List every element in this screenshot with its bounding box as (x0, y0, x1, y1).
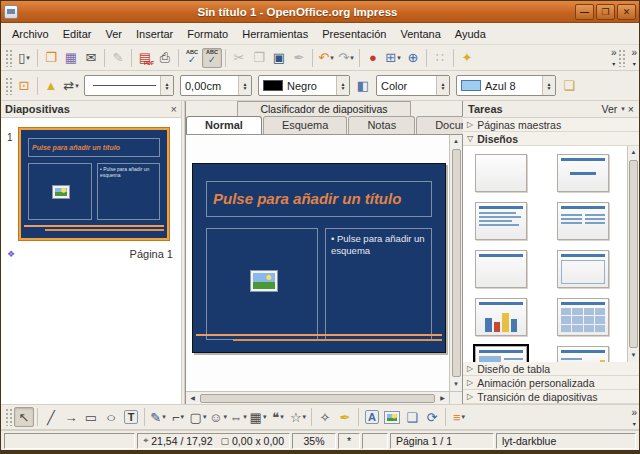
spellcheck-icon[interactable]: ABC✓ (182, 48, 202, 68)
tasks-view-button[interactable]: Ver ▾ × (602, 103, 634, 115)
layout-blank[interactable] (475, 154, 527, 192)
layouts-scrollbar[interactable]: ▲ ▼ (627, 146, 639, 362)
toolbar-overflow-button[interactable]: »▾ (611, 48, 617, 67)
rotate-icon[interactable]: ⟳ (422, 407, 442, 427)
text-icon[interactable]: T (121, 407, 141, 427)
vertical-scrollbar[interactable]: ▲ ▼ (449, 135, 462, 391)
chart-icon[interactable]: ● (363, 48, 383, 68)
table-dropdown-icon[interactable]: ▾ (397, 54, 401, 62)
toolbar-grip[interactable] (5, 408, 12, 426)
layout-title-spreadsheet[interactable] (557, 298, 609, 336)
curve-icon[interactable]: ✎▾ (148, 407, 168, 427)
picture-icon[interactable] (251, 271, 277, 291)
scrollbar-thumb[interactable] (629, 160, 638, 348)
line-style-select[interactable]: ▲▼ (84, 75, 174, 96)
title-placeholder[interactable]: Pulse para añadir un título (206, 181, 432, 217)
section-paginas-maestras[interactable]: ▷ Páginas maestras (463, 118, 639, 132)
fill-color-select[interactable]: Azul 8 ▲▼ (456, 75, 556, 96)
scroll-up-icon[interactable]: ▲ (627, 146, 639, 159)
line-width-input[interactable]: 0,00cm ▲▼ (180, 75, 252, 96)
new-dropdown-icon[interactable]: ▾ (26, 54, 30, 62)
navigator-icon[interactable]: ✦ (457, 48, 477, 68)
fontwork-icon[interactable]: A (362, 407, 382, 427)
menu-ventana[interactable]: Ventana (393, 25, 447, 43)
redo-dropdown-icon[interactable]: ▾ (350, 54, 354, 62)
layout-title-picture-outline[interactable] (475, 346, 527, 362)
redo-icon[interactable]: ↷▾ (336, 48, 356, 68)
stars-icon[interactable]: ☆▾ (288, 407, 308, 427)
menu-formato[interactable]: Formato (180, 25, 235, 43)
menu-editar[interactable]: Editar (56, 25, 99, 43)
layout-title-only[interactable] (475, 250, 527, 288)
undo-icon[interactable]: ↶▾ (316, 48, 336, 68)
presentation-toolbar-overflow-button[interactable]: »▾ (631, 48, 637, 67)
auto-spellcheck-icon[interactable]: ABC✓ (202, 48, 222, 68)
tab-notas[interactable]: Notas (348, 116, 415, 134)
section-disenos[interactable]: ▽ Diseños (463, 132, 639, 146)
menu-archivo[interactable]: Archivo (5, 25, 56, 43)
glue-points-icon[interactable]: ✒ (335, 407, 355, 427)
scroll-left-icon[interactable]: ◀ (186, 392, 199, 405)
menu-insertar[interactable]: Insertar (129, 25, 180, 43)
minimize-button[interactable]: — (575, 4, 594, 20)
toolbar-grip[interactable] (618, 49, 625, 67)
line-width-spinner[interactable]: ▲▼ (238, 76, 251, 95)
slide-thumbnail[interactable]: Pulse para añadir un título • Pulse para… (19, 128, 169, 240)
scrollbar-thumb[interactable] (452, 149, 461, 377)
menu-presentacion[interactable]: Presentación (315, 25, 393, 43)
arrow-icon[interactable]: → (61, 407, 81, 427)
paste-icon[interactable]: ▣ (269, 48, 289, 68)
tasks-panel-close-icon[interactable]: × (628, 103, 634, 115)
open-icon[interactable]: ❐ (41, 48, 61, 68)
horizontal-scrollbar[interactable]: ◀ ▶ (186, 391, 449, 404)
new-document-icon[interactable]: ▯▾ (14, 48, 34, 68)
display-grid-icon[interactable]: ∷ (430, 48, 450, 68)
scroll-down-icon[interactable]: ▼ (627, 349, 639, 362)
edit-points-icon[interactable]: ✧ (315, 407, 335, 427)
gallery-icon[interactable]: ❏ (402, 407, 422, 427)
block-arrows-icon[interactable]: ⇔▾ (228, 407, 248, 427)
zoom-field[interactable]: 35% (292, 433, 336, 449)
scroll-down-icon[interactable]: ▼ (450, 378, 463, 391)
hyperlink-icon[interactable]: ⊕ (403, 48, 423, 68)
line-dialog-icon[interactable]: ▲ (41, 76, 61, 96)
fill-style-spinner[interactable]: ▲▼ (436, 76, 449, 95)
insert-picture-icon[interactable] (382, 407, 402, 427)
drawing-toolbar-overflow-button[interactable]: »▾ (631, 408, 637, 427)
line-width-value[interactable]: 0,00cm (185, 80, 238, 92)
layout-title-two-outlines[interactable] (557, 202, 609, 240)
slide[interactable]: Pulse para añadir un título • Pulse para… (192, 163, 446, 353)
line-color-spinner[interactable]: ▲▼ (336, 76, 349, 95)
alignment-icon[interactable]: ≡▾ (449, 407, 469, 427)
layout-title-outline[interactable] (475, 202, 527, 240)
section-transicion-de-diapositivas[interactable]: ▷ Transición de diapositivas (463, 390, 639, 404)
line-icon[interactable]: ╱ (41, 407, 61, 427)
save-icon[interactable]: ▦ (61, 48, 81, 68)
menu-ayuda[interactable]: Ayuda (448, 25, 493, 43)
menu-ver[interactable]: Ver (98, 25, 129, 43)
print-icon[interactable]: ⎙ (155, 48, 175, 68)
slide-canvas[interactable]: Pulse para añadir un título • Pulse para… (186, 135, 449, 391)
format-paintbrush-icon[interactable]: ✒ (289, 48, 309, 68)
section-animacion-personalizada[interactable]: ▷ Animación personalizada (463, 376, 639, 390)
maximize-button[interactable]: ❐ (596, 4, 615, 20)
view-dropdown-icon[interactable]: ▾ (621, 105, 625, 113)
fill-style-select[interactable]: Color ▲▼ (376, 75, 450, 96)
close-button[interactable]: ✕ (617, 4, 636, 20)
line-color-select[interactable]: Negro ▲▼ (258, 75, 350, 96)
tab-esquema[interactable]: Esquema (263, 116, 347, 134)
menu-herramientas[interactable]: Herramientas (235, 25, 315, 43)
outline-placeholder[interactable]: • Pulse para añadir un esquema (325, 228, 432, 340)
edit-file-icon[interactable]: ✎ (108, 48, 128, 68)
layout-title-chart[interactable] (475, 298, 527, 336)
fill-color-spinner[interactable]: ▲▼ (542, 76, 555, 95)
tab-clasificador[interactable]: Clasificador de diapositivas (237, 101, 410, 116)
toolbar-grip[interactable] (5, 77, 12, 95)
copy-icon[interactable]: ❐ (249, 48, 269, 68)
slides-panel-close-icon[interactable]: × (171, 103, 177, 115)
scrollbar-thumb[interactable] (200, 394, 435, 403)
layout-title-content[interactable] (557, 154, 609, 192)
tab-normal[interactable]: Normal (186, 116, 262, 134)
basic-shapes-icon[interactable]: ▢▾ (188, 407, 208, 427)
select-icon[interactable]: ↖ (14, 407, 34, 427)
